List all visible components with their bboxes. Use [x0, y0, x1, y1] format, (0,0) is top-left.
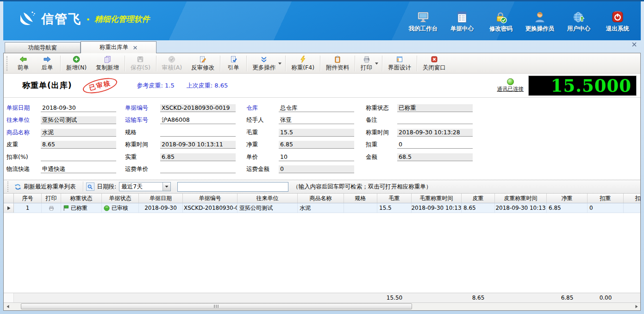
column-header[interactable]: 单据编号: [183, 194, 238, 203]
prev-doc-button[interactable]: 前单: [11, 54, 35, 73]
scroll-left-icon[interactable]: [4, 303, 12, 310]
partner-field[interactable]: 亚拓公司测试: [41, 116, 116, 124]
column-header[interactable]: 毛重称重时间: [412, 194, 462, 203]
deduct-weight-field[interactable]: 0: [397, 141, 473, 149]
scrollbar-track[interactable]: [12, 303, 632, 310]
nav-my-workstation[interactable]: 我的工作台: [404, 11, 443, 33]
tab-function-navigator[interactable]: 功能导航窗: [5, 42, 81, 53]
refresh-list-label: 刷新最近称重单列表: [24, 183, 76, 191]
cell-spec: [344, 203, 377, 213]
handler-field[interactable]: 张亚: [279, 116, 354, 124]
cell-print[interactable]: [42, 203, 61, 213]
nav-exit-system[interactable]: 退出系统: [598, 11, 637, 33]
connection-status-link[interactable]: 通讯已连接: [497, 86, 524, 93]
connection-status: 通讯已连接: [497, 78, 524, 93]
column-header[interactable]: 皮重称重时间: [495, 194, 547, 203]
logistics-field[interactable]: 申通快递: [41, 165, 116, 173]
deduction-rate-field[interactable]: [41, 153, 116, 161]
scrollbar-thumb[interactable]: [21, 303, 412, 309]
cell-net: 6.85: [547, 203, 588, 213]
weigh-time1-field[interactable]: 2018-09-30 10:13:11: [160, 141, 236, 149]
weigh-status-field[interactable]: 已称重: [397, 104, 473, 112]
nav-label: 退出系统: [606, 25, 629, 33]
product-field[interactable]: 水泥: [41, 129, 116, 137]
weigh-time2-field[interactable]: 2018-09-30 10:13:28: [397, 129, 473, 137]
column-header[interactable]: 单据状态: [102, 194, 139, 203]
tare-field[interactable]: 8.65: [41, 141, 116, 149]
ui-design-button[interactable]: 界面设计: [383, 54, 416, 73]
tabstrip-close-icon[interactable]: [631, 42, 637, 47]
attachment-button[interactable]: 附件资料: [321, 54, 354, 73]
page-title: 称重单(出库): [22, 80, 72, 91]
toolbar-drag-handle[interactable]: [6, 56, 9, 71]
doc-no-field[interactable]: XSCKD-20180930-0019: [160, 104, 236, 112]
copy-new-icon: [104, 56, 111, 63]
print-button[interactable]: 打印: [356, 54, 381, 73]
warehouse-field[interactable]: 总仓库: [279, 104, 354, 112]
chevron-down-icon: [278, 63, 281, 65]
column-header[interactable]: 扣重: [588, 194, 624, 203]
field-label: 扣重: [366, 141, 397, 149]
weighing-search-input[interactable]: [177, 182, 288, 192]
column-header[interactable]: 往来单位: [238, 194, 298, 203]
filterbar-drag-handle[interactable]: [7, 182, 10, 192]
column-header[interactable]: 净重: [547, 194, 588, 203]
column-header[interactable]: 毛重: [377, 194, 412, 203]
remark-field[interactable]: [397, 116, 473, 124]
actual-weight-field[interactable]: 6.85: [160, 153, 236, 161]
nav-user-center[interactable]: 用户中心: [559, 11, 598, 33]
scroll-right-icon[interactable]: [632, 303, 640, 310]
copy-new-button[interactable]: 复制新增: [91, 54, 124, 73]
combo-arrow-icon[interactable]: [163, 182, 170, 191]
field-label: 备注: [366, 116, 397, 124]
weigh-button[interactable]: 称重(F4): [287, 54, 319, 73]
column-header[interactable]: 皮重: [462, 194, 495, 203]
save-icon: [137, 56, 144, 63]
table-row[interactable]: 1 已称重 已审核 2018-09-30 XSCKD-20180930-0019…: [4, 203, 640, 213]
column-header[interactable]: 商品名称: [298, 194, 344, 203]
column-header[interactable]: 单据日期: [139, 194, 183, 203]
column-header[interactable]: 规格: [344, 194, 377, 203]
nav-label: 更换操作员: [525, 25, 555, 33]
nav-switch-operator[interactable]: 更换操作员: [520, 11, 559, 33]
last-tare: 上次皮重: 8.65: [187, 82, 228, 90]
import-doc-button[interactable]: 引单: [221, 54, 245, 73]
column-header[interactable]: 打印: [42, 194, 61, 203]
nav-change-password[interactable]: 修改密码: [481, 11, 520, 33]
toolbar-separator: [246, 56, 247, 71]
freight-price-field[interactable]: [160, 165, 236, 173]
more-actions-button[interactable]: 更多操作: [248, 54, 284, 73]
unapprove-edit-button[interactable]: 反审修改: [187, 54, 219, 73]
spec-field[interactable]: [160, 129, 236, 137]
field-label: 金额: [366, 153, 397, 161]
gross-weight-field[interactable]: 15.5: [279, 129, 354, 137]
user-center-globe-icon: [572, 11, 586, 24]
table-empty-area: [4, 213, 640, 293]
close-window-button[interactable]: 关闭窗口: [418, 54, 450, 73]
truck-no-field[interactable]: 沪A86008: [160, 116, 236, 124]
save-button: 保存(S): [126, 54, 155, 73]
next-doc-button[interactable]: 后单: [35, 54, 59, 73]
toolbar: 前单 后单 新增(N) 复制新增 保存(S): [4, 53, 640, 74]
search-hint: （输入内容后回车即可检索；双击可打开相应称重单）: [293, 183, 431, 191]
date-range-select[interactable]: 最近7天: [119, 182, 171, 191]
column-header[interactable]: 扣率: [624, 194, 640, 203]
tab-label: 功能导航窗: [28, 44, 57, 52]
summary-tare: 8.65: [462, 293, 495, 302]
horizontal-scrollbar[interactable]: [4, 302, 640, 310]
search-icon[interactable]: [86, 182, 94, 191]
net-weight-field[interactable]: 6.85: [279, 141, 354, 149]
freight-amount-field[interactable]: 0: [279, 165, 354, 173]
tab-weighing-outbound[interactable]: 称重出库单: [81, 41, 156, 53]
add-new-button[interactable]: 新增(N): [62, 54, 91, 73]
refresh-list-button[interactable]: 刷新最近称重单列表: [12, 182, 80, 192]
nav-document-center[interactable]: 单据中心: [443, 11, 481, 33]
toolbar-separator: [382, 56, 382, 71]
doc-date-field[interactable]: 2018-09-30: [41, 104, 116, 112]
refresh-icon: [14, 183, 21, 190]
amount-field[interactable]: 68.5: [397, 153, 473, 161]
column-header[interactable]: 称重状态: [61, 194, 102, 203]
unit-price-field[interactable]: 10: [279, 153, 354, 161]
column-header[interactable]: 序号: [14, 194, 42, 203]
tab-close-icon[interactable]: [133, 45, 138, 50]
